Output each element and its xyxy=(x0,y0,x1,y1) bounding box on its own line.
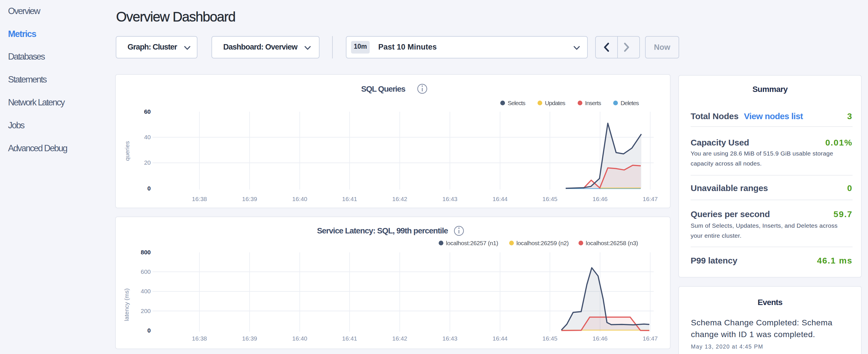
svg-text:16:38: 16:38 xyxy=(192,335,207,342)
svg-text:16:44: 16:44 xyxy=(493,196,508,202)
svg-text:800: 800 xyxy=(141,249,151,255)
svg-text:localhost:26257 (n1): localhost:26257 (n1) xyxy=(446,240,498,246)
svg-text:400: 400 xyxy=(141,288,151,294)
svg-text:16:41: 16:41 xyxy=(342,196,358,202)
svg-text:16:41: 16:41 xyxy=(342,335,358,342)
svg-text:600: 600 xyxy=(141,268,151,275)
svg-text:40: 40 xyxy=(144,134,151,140)
svg-text:localhost:26259 (n2): localhost:26259 (n2) xyxy=(517,240,568,246)
svg-text:16:44: 16:44 xyxy=(493,335,508,342)
svg-text:16:47: 16:47 xyxy=(643,335,658,342)
svg-text:Selects: Selects xyxy=(508,100,526,106)
svg-text:0: 0 xyxy=(147,185,151,192)
svg-text:16:42: 16:42 xyxy=(392,196,407,202)
svg-text:SQL Queries: SQL Queries xyxy=(361,85,405,93)
svg-text:16:39: 16:39 xyxy=(242,335,257,342)
svg-text:Service Latency: SQL, 99th per: Service Latency: SQL, 99th percentile xyxy=(317,226,448,235)
svg-text:20: 20 xyxy=(144,159,151,166)
svg-text:Updates: Updates xyxy=(545,100,565,106)
svg-text:16:42: 16:42 xyxy=(392,335,407,342)
svg-text:16:38: 16:38 xyxy=(192,196,207,202)
svg-text:16:45: 16:45 xyxy=(542,335,558,342)
svg-text:16:40: 16:40 xyxy=(292,335,308,342)
svg-text:16:40: 16:40 xyxy=(292,196,308,202)
svg-text:16:46: 16:46 xyxy=(593,335,608,342)
svg-text:16:47: 16:47 xyxy=(643,196,658,202)
svg-text:16:43: 16:43 xyxy=(442,335,458,342)
svg-text:queries: queries xyxy=(124,141,130,161)
svg-text:16:46: 16:46 xyxy=(593,196,608,202)
svg-text:latency (ms): latency (ms) xyxy=(123,288,130,321)
svg-text:0: 0 xyxy=(147,327,151,334)
svg-text:60: 60 xyxy=(144,108,151,115)
svg-text:Inserts: Inserts xyxy=(585,100,601,106)
svg-text:localhost:26258 (n3): localhost:26258 (n3) xyxy=(586,240,638,246)
svg-text:200: 200 xyxy=(141,308,151,314)
svg-text:16:39: 16:39 xyxy=(242,196,257,202)
svg-text:Deletes: Deletes xyxy=(621,100,639,106)
svg-text:16:43: 16:43 xyxy=(442,196,458,202)
svg-text:16:45: 16:45 xyxy=(542,196,558,202)
